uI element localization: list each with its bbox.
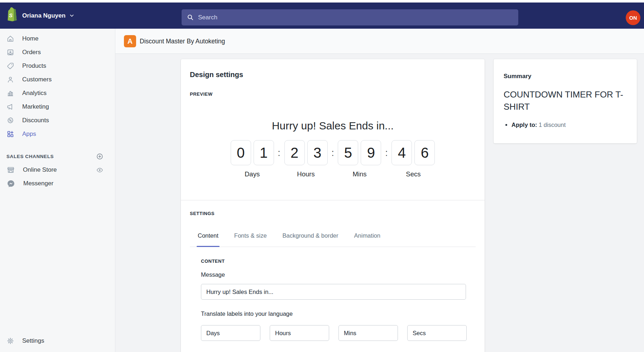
preview-section-label: PREVIEW <box>190 91 476 97</box>
sidebar-item-label: Marketing <box>22 103 49 110</box>
message-field-label: Message <box>201 271 465 278</box>
content-section-label: CONTENT <box>201 258 465 264</box>
countdown-digit-box: 4 <box>391 140 412 165</box>
countdown-preview: 0 1 Days : 2 3 Hours : 5 <box>190 140 476 178</box>
chevron-down-icon <box>69 13 75 18</box>
settings-section-label: SETTINGS <box>190 211 476 217</box>
apply-to-label: Apply to: <box>511 122 537 128</box>
secs-label-input[interactable] <box>407 325 467 341</box>
countdown-digit-box: 5 <box>338 140 358 165</box>
search-input[interactable] <box>198 14 513 21</box>
customers-icon <box>6 76 14 84</box>
translate-label: Translate labels into your language <box>201 310 465 317</box>
sidebar-item-online-store[interactable]: Online Store <box>0 163 115 177</box>
store-menu-button[interactable]: Oriana Nguyen <box>22 3 75 29</box>
marketing-icon <box>6 103 14 111</box>
sidebar-item-label: Apps <box>22 130 36 138</box>
sidebar-item-label: Analytics <box>22 90 47 97</box>
main-content: A Discount Master By Autoketing Design s… <box>115 29 644 352</box>
sidebar-item-marketing[interactable]: Marketing <box>0 100 115 114</box>
orders-icon <box>6 48 14 56</box>
translate-inputs-row <box>201 317 465 341</box>
view-store-eye-icon[interactable] <box>96 166 104 174</box>
countdown-group-hours: 2 3 Hours <box>284 140 328 178</box>
app-title: Discount Master By Autoketing <box>140 29 225 54</box>
mins-label-input[interactable] <box>338 325 398 341</box>
apply-to-value: 1 discount <box>539 122 566 128</box>
sidebar-item-messenger[interactable]: Messenger <box>0 177 115 190</box>
sales-channels-header: SALES CHANNELS <box>0 149 115 163</box>
avatar-initials: ON <box>629 15 637 21</box>
card-divider <box>181 200 485 200</box>
sidebar-item-label: Orders <box>22 49 41 56</box>
topbar: S Oriana Nguyen ON <box>0 3 644 29</box>
app-logo-letter: A <box>128 37 133 46</box>
avatar[interactable]: ON <box>626 10 640 25</box>
messenger-icon <box>6 179 15 188</box>
channel-label: Messenger <box>23 180 104 187</box>
countdown-group-secs: 4 6 Secs <box>391 140 435 178</box>
sidebar: Home Orders Products Customers Analytics <box>0 29 115 352</box>
sidebar-item-analytics[interactable]: Analytics <box>0 86 115 100</box>
summary-heading: COUNTDOWN TIMER FOR T-SHIRT <box>504 89 627 113</box>
settings-tabs: Content Fonts & size Background & border… <box>190 232 476 247</box>
tab-animation[interactable]: Animation <box>354 232 380 247</box>
content-tab-panel: CONTENT Message Translate labels into yo… <box>190 258 476 341</box>
tab-fonts-size[interactable]: Fonts & size <box>234 232 267 247</box>
sidebar-item-home[interactable]: Home <box>0 32 115 46</box>
countdown-digit-box: 0 <box>231 140 251 165</box>
tab-content[interactable]: Content <box>198 232 218 247</box>
channel-label: Online Store <box>23 166 96 173</box>
shopify-logo-icon[interactable]: S <box>6 6 18 23</box>
shopify-logo-letter: S <box>9 12 13 18</box>
countdown-unit-label: Hours <box>297 170 314 178</box>
home-icon <box>6 35 14 43</box>
sidebar-nav: Home Orders Products Customers Analytics <box>0 32 115 190</box>
countdown-colon: : <box>278 140 280 165</box>
countdown-unit-label: Mins <box>352 170 366 178</box>
sidebar-item-products[interactable]: Products <box>0 59 115 73</box>
app-logo-icon: A <box>124 35 136 47</box>
countdown-unit-label: Days <box>245 170 260 178</box>
sidebar-item-orders[interactable]: Orders <box>0 46 115 59</box>
countdown-group-mins: 5 9 Mins <box>338 140 381 178</box>
sidebar-item-label: Home <box>22 35 38 42</box>
storefront-icon <box>6 166 15 174</box>
sidebar-item-customers[interactable]: Customers <box>0 73 115 86</box>
apps-icon <box>6 130 14 138</box>
discounts-icon <box>6 116 14 124</box>
search-bar[interactable] <box>182 9 518 25</box>
sales-channels-label: SALES CHANNELS <box>6 154 54 159</box>
summary-title: Summary <box>504 73 627 80</box>
sidebar-item-label: Discounts <box>22 117 49 124</box>
countdown-colon: : <box>332 140 334 165</box>
sidebar-item-discounts[interactable]: Discounts <box>0 114 115 127</box>
design-settings-card: Design settings PREVIEW Hurry up! Sales … <box>181 59 485 352</box>
countdown-digit-box: 9 <box>361 140 381 165</box>
app-header: A Discount Master By Autoketing <box>115 29 644 54</box>
countdown-digit-box: 1 <box>254 140 274 165</box>
settings-label: Settings <box>22 337 44 344</box>
store-name-label: Oriana Nguyen <box>22 12 66 19</box>
analytics-icon <box>6 89 14 97</box>
countdown-colon: : <box>385 140 388 165</box>
products-icon <box>6 62 14 70</box>
card-title: Design settings <box>190 59 476 79</box>
hours-label-input[interactable] <box>270 325 329 341</box>
countdown-digit-box: 2 <box>284 140 305 165</box>
countdown-digit-box: 6 <box>414 140 435 165</box>
tab-background-border[interactable]: Background & border <box>283 232 338 247</box>
message-input[interactable] <box>201 284 466 300</box>
add-channel-icon[interactable] <box>96 153 104 160</box>
days-label-input[interactable] <box>201 325 260 341</box>
summary-card: Summary COUNTDOWN TIMER FOR T-SHIRT Appl… <box>494 59 637 143</box>
sidebar-item-apps[interactable]: Apps <box>0 127 115 141</box>
countdown-group-days: 0 1 Days <box>231 140 274 178</box>
sidebar-item-settings[interactable]: Settings <box>0 334 115 348</box>
summary-list: Apply to: 1 discount <box>504 121 627 129</box>
countdown-digit-box: 3 <box>307 140 328 165</box>
countdown-unit-label: Secs <box>406 170 420 178</box>
sidebar-item-label: Products <box>22 62 46 70</box>
gear-icon <box>6 337 14 345</box>
preview-message: Hurry up! Sales Ends in... <box>190 119 476 132</box>
